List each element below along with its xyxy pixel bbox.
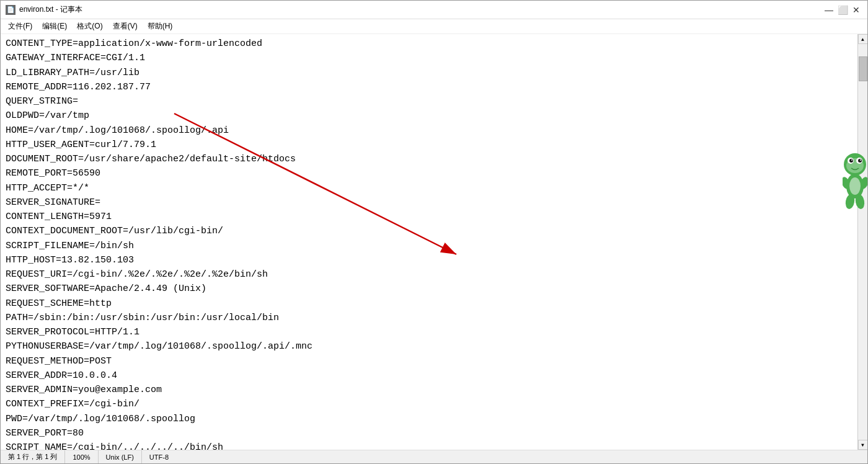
- scroll-thumb[interactable]: [859, 56, 867, 81]
- status-encoding: UTF-8: [142, 450, 176, 463]
- mascot-character: [843, 146, 867, 220]
- status-position: 第 1 行，第 1 列: [1, 450, 65, 463]
- status-line-ending: Unix (LF): [99, 450, 142, 463]
- text-editor[interactable]: CONTENT_TYPE=application/x-www-form-urle…: [1, 34, 857, 450]
- window-controls: — ⬜ ✕: [823, 4, 862, 16]
- window-title: environ.txt - 记事本: [19, 4, 82, 15]
- app-icon: 📄: [6, 5, 16, 15]
- svg-point-6: [849, 159, 853, 163]
- vertical-scrollbar[interactable]: ▲ ▼: [857, 34, 867, 450]
- svg-point-9: [860, 159, 861, 161]
- minimize-button[interactable]: —: [823, 4, 835, 16]
- scroll-down-arrow[interactable]: ▼: [858, 440, 868, 450]
- notepad-window: 📄 environ.txt - 记事本 — ⬜ ✕ 文件(F) 编辑(E) 格式…: [0, 0, 868, 464]
- menu-format[interactable]: 格式(O): [72, 20, 107, 33]
- menu-help[interactable]: 帮助(H): [143, 20, 178, 33]
- menu-edit[interactable]: 编辑(E): [37, 20, 72, 33]
- menu-bar: 文件(F) 编辑(E) 格式(O) 查看(V) 帮助(H): [1, 19, 867, 34]
- menu-view[interactable]: 查看(V): [108, 20, 143, 33]
- svg-point-15: [849, 177, 861, 195]
- content-area: CONTENT_TYPE=application/x-www-form-urle…: [1, 34, 867, 450]
- svg-point-8: [851, 159, 852, 161]
- maximize-button[interactable]: ⬜: [836, 4, 849, 16]
- scroll-up-arrow[interactable]: ▲: [858, 34, 868, 44]
- status-zoom: 100%: [65, 450, 98, 463]
- status-bar: 第 1 行，第 1 列 100% Unix (LF) UTF-8: [1, 450, 867, 463]
- close-button[interactable]: ✕: [850, 4, 862, 16]
- menu-file[interactable]: 文件(F): [3, 20, 37, 33]
- title-bar-left: 📄 environ.txt - 记事本: [6, 4, 82, 15]
- title-bar: 📄 environ.txt - 记事本 — ⬜ ✕: [1, 1, 867, 19]
- svg-point-7: [858, 159, 862, 163]
